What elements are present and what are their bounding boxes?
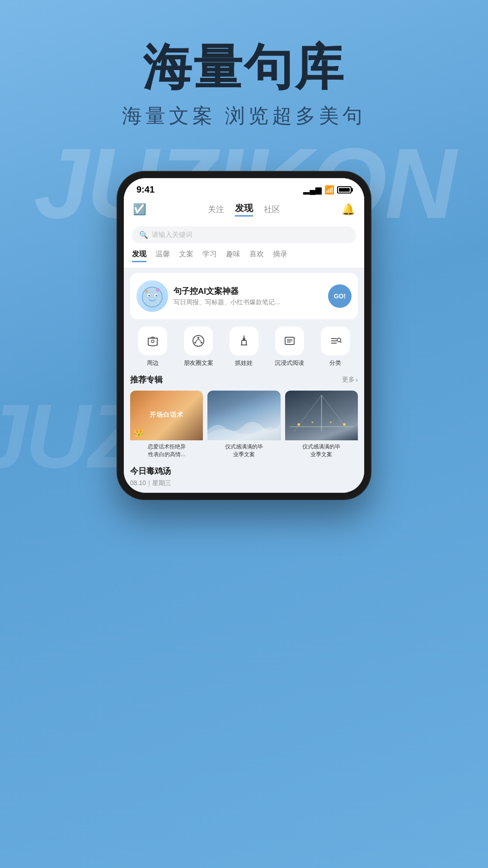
category-tabs: 发现 温馨 文案 学习 趣味 喜欢 摘录 xyxy=(124,250,364,268)
page-header: 海量句库 海量文案 浏览超多美句 xyxy=(0,0,488,138)
album-card-1-label: 恋爱话术拒绝异性表白的高情... xyxy=(130,443,203,458)
pyq-label: 朋友圈文案 xyxy=(184,359,213,367)
quick-nav-category[interactable]: 分类 xyxy=(321,326,350,367)
menu-checklist-icon[interactable]: ☑️ xyxy=(133,203,146,216)
ai-robot-icon xyxy=(139,283,166,310)
quick-nav-baby[interactable]: 抓娃娃 xyxy=(230,326,258,367)
pyq-icon xyxy=(184,326,213,355)
quick-nav-read[interactable]: 沉浸式阅读 xyxy=(275,326,304,367)
album-card-3-image-wrapper xyxy=(285,391,358,440)
album-card-1[interactable]: 开场白话术 👑 恋爱话术拒绝异性表白的高情... xyxy=(130,391,203,458)
svg-point-26 xyxy=(337,338,341,342)
ai-banner-go-button[interactable]: GO! xyxy=(328,284,352,308)
daily-title: 今日毒鸡汤 xyxy=(130,466,358,476)
album-card-3-image xyxy=(285,391,358,440)
baby-icon xyxy=(230,326,258,355)
search-bar[interactable]: 🔍 请输入关键词 xyxy=(132,226,356,243)
album-card-2-label: 仪式感满满的毕业季文案 xyxy=(207,443,280,458)
svg-point-34 xyxy=(329,421,331,423)
page-title-main: 海量句库 xyxy=(0,41,488,94)
tab-shequ[interactable]: 社区 xyxy=(264,204,280,215)
svg-point-9 xyxy=(197,337,199,339)
daily-section: 今日毒鸡汤 08.10｜星期三 xyxy=(130,466,358,487)
baby-label: 抓娃娃 xyxy=(235,359,253,367)
phone-mockup: 9:41 ▂▄▆ 📶 ☑️ 关注 发现 社区 🔔 xyxy=(117,172,371,499)
cat-tab-quwei[interactable]: 趣味 xyxy=(226,250,240,262)
recommended-section-header: 推荐专辑 更多 › xyxy=(130,374,358,385)
wave-decoration xyxy=(207,415,280,440)
read-icon xyxy=(275,326,304,355)
cat-tab-xihuan[interactable]: 喜欢 xyxy=(249,250,264,262)
app-content: 句子控AI文案神器 写日周报、写标题、小红书爆款笔记... GO! xyxy=(124,268,364,493)
album-cards: 开场白话术 👑 恋爱话术拒绝异性表白的高情... xyxy=(130,391,358,458)
svg-point-3 xyxy=(148,295,150,297)
svg-line-13 xyxy=(196,339,198,342)
svg-point-35 xyxy=(343,423,346,426)
album-card-2-image xyxy=(207,391,280,440)
cat-tab-wenan[interactable]: 文案 xyxy=(179,250,193,262)
cat-tab-zhailu[interactable]: 摘录 xyxy=(273,250,287,262)
ai-banner-image xyxy=(136,280,168,312)
search-bar-wrapper: 🔍 请输入关键词 xyxy=(124,223,364,250)
quick-nav-pyq[interactable]: 朋友圈文案 xyxy=(184,326,213,367)
bridge-decoration xyxy=(285,391,358,440)
bell-icon[interactable]: 🔔 xyxy=(342,203,355,216)
zhoubian-icon xyxy=(138,326,167,355)
album-1-overlay-text: 开场白话术 xyxy=(134,411,199,419)
svg-line-29 xyxy=(294,395,321,431)
album-card-3-label: 仪式感满满的毕业季文案 xyxy=(285,443,358,458)
search-icon: 🔍 xyxy=(139,231,148,239)
svg-point-7 xyxy=(151,340,154,343)
crown-icon: 👑 xyxy=(134,428,144,438)
ai-banner-title: 句子控AI文案神器 xyxy=(174,286,323,297)
quick-nav-zhoubian[interactable]: 周边 xyxy=(138,326,167,367)
ai-banner[interactable]: 句子控AI文案神器 写日周报、写标题、小红书爆款笔记... GO! xyxy=(130,273,358,319)
category-icon xyxy=(321,326,350,355)
svg-line-27 xyxy=(340,341,341,343)
ai-banner-text-block: 句子控AI文案神器 写日周报、写标题、小红书爆款笔记... xyxy=(174,286,323,307)
daily-date: 08.10｜星期三 xyxy=(130,479,358,487)
album-card-2[interactable]: 仪式感满满的毕业季文案 xyxy=(207,391,280,458)
read-label: 沉浸式阅读 xyxy=(275,359,304,367)
category-label: 分类 xyxy=(329,359,341,367)
search-placeholder-text: 请输入关键词 xyxy=(152,231,192,239)
album-card-1-image-wrapper: 开场白话术 👑 xyxy=(130,391,203,440)
cat-tab-xuexi[interactable]: 学习 xyxy=(202,250,217,262)
nav-tabs: 关注 发现 社区 xyxy=(208,202,280,217)
svg-point-33 xyxy=(311,421,313,423)
recommended-title: 推荐专辑 xyxy=(130,374,163,385)
ai-banner-desc: 写日周报、写标题、小红书爆款笔记... xyxy=(174,298,323,307)
svg-point-4 xyxy=(155,295,157,297)
phone-screen: 9:41 ▂▄▆ 📶 ☑️ 关注 发现 社区 🔔 xyxy=(124,178,364,493)
battery-icon xyxy=(337,186,352,193)
app-nav: ☑️ 关注 发现 社区 🔔 xyxy=(124,198,364,223)
album-card-2-image-wrapper xyxy=(207,391,280,440)
svg-point-32 xyxy=(297,423,300,426)
phone-frame: 9:41 ▂▄▆ 📶 ☑️ 关注 发现 社区 🔔 xyxy=(117,172,371,499)
tab-guanzhu[interactable]: 关注 xyxy=(208,204,224,215)
svg-point-5 xyxy=(156,288,160,292)
more-button[interactable]: 更多 › xyxy=(342,376,358,384)
svg-line-30 xyxy=(321,395,348,431)
chevron-right-icon: › xyxy=(356,376,358,383)
svg-line-12 xyxy=(198,339,201,342)
album-card-1-image: 开场白话术 👑 xyxy=(130,391,203,440)
album-card-3[interactable]: 仪式感满满的毕业季文案 xyxy=(285,391,358,458)
tab-faxian[interactable]: 发现 xyxy=(235,202,253,217)
signal-icon: ▂▄▆ xyxy=(303,185,322,195)
svg-point-6 xyxy=(145,290,148,293)
svg-point-10 xyxy=(201,342,202,344)
zhoubian-label: 周边 xyxy=(147,359,159,367)
quick-nav: 周边 朋友圈文案 xyxy=(130,326,358,367)
cat-tab-wenxin[interactable]: 温馨 xyxy=(155,250,170,262)
cat-tab-faxian[interactable]: 发现 xyxy=(132,250,146,262)
status-time: 9:41 xyxy=(136,184,155,195)
status-bar: 9:41 ▂▄▆ 📶 xyxy=(124,178,364,198)
page-title-sub: 海量文案 浏览超多美句 xyxy=(0,103,488,129)
wifi-icon: 📶 xyxy=(324,185,334,195)
svg-point-11 xyxy=(194,342,196,344)
status-icons: ▂▄▆ 📶 xyxy=(303,185,352,195)
